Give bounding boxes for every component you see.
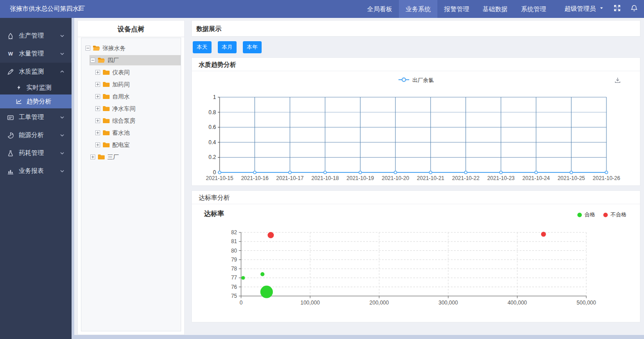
bell-icon[interactable] [631,4,638,13]
folder-closed-icon [102,142,110,148]
topnav-item-2[interactable]: 报警管理 [437,0,476,18]
device-tree: 张掖水务四厂仪表间加药间自用水净水车间综合泵房蓄水池配电室三厂 [81,38,181,331]
time-range-button-1[interactable]: 本月 [218,41,237,53]
tree-panel-title: 设备点树 [78,21,184,37]
folder-closed-icon [102,130,110,136]
tree-node-label: 配电室 [112,141,130,149]
svg-text:0: 0 [240,300,243,306]
tree-node-9[interactable]: 三厂 [81,151,181,163]
svg-text:0.2: 0.2 [208,154,216,160]
tree-node-label: 仪表间 [112,69,130,77]
chevron-down-icon [59,33,65,39]
tree-node-4[interactable]: 自用水 [81,90,181,103]
tree-node-6[interactable]: 综合泵房 [81,115,181,127]
svg-text:2021-10-25: 2021-10-25 [558,175,585,181]
app-title: 张掖市供水总公司第四水厂 [0,5,72,13]
svg-text:2021-10-19: 2021-10-19 [347,175,374,181]
svg-text:0: 0 [213,169,216,176]
folder-closed-icon [97,154,105,160]
tree-node-0[interactable]: 张掖水务 [81,42,181,54]
plus-square-icon[interactable] [95,142,100,147]
time-range-button-2[interactable]: 本年 [243,41,262,53]
svg-text:79: 79 [231,257,237,263]
plus-square-icon[interactable] [95,106,100,111]
svg-text:81: 81 [231,238,237,245]
folder-closed-icon [102,82,110,87]
svg-text:75: 75 [231,293,237,299]
sidebar-item-4[interactable]: 能源分析 [0,126,72,144]
sidebar-item-3[interactable]: 工单管理 [0,108,72,126]
plus-square-icon[interactable] [95,94,100,99]
tree-node-1[interactable]: 四厂 [81,54,181,66]
tree-node-7[interactable]: 蓄水池 [81,127,181,139]
svg-text:76: 76 [231,284,237,290]
compliance-section-title: 达标率分析 [192,191,640,204]
svg-text:0.6: 0.6 [208,124,216,130]
folder-closed-icon [102,94,110,99]
trend-line-chart-svg: 00.20.40.60.812021-10-152021-10-162021-1… [192,71,641,186]
folder-closed-icon [102,106,110,112]
sidebar-item-5[interactable]: 药耗管理 [0,144,72,162]
svg-text:0.4: 0.4 [208,139,216,146]
plus-square-icon[interactable] [90,154,95,159]
plus-square-icon[interactable] [95,118,100,123]
plus-square-icon[interactable] [95,130,100,135]
caret-down-icon[interactable] [598,5,605,13]
trend-icon [15,99,22,104]
minus-square-icon[interactable] [90,58,95,63]
topnav-item-3[interactable]: 基础数据 [476,0,514,18]
tree-node-label: 四厂 [107,56,119,64]
svg-text:2021-10-26: 2021-10-26 [593,175,620,181]
chevron-up-icon [59,69,65,75]
bolt-icon [15,85,22,90]
chevron-down-icon [59,168,65,174]
svg-text:1: 1 [213,94,216,100]
svg-text:2021-10-24: 2021-10-24 [522,175,550,181]
sidebar-subitem-2-1[interactable]: 趋势分析 [0,94,72,108]
tree-node-label: 综合泵房 [112,117,136,125]
svg-text:2021-10-22: 2021-10-22 [452,175,480,181]
svg-text:2021-10-15: 2021-10-15 [206,175,233,181]
sidebar: 生产管理W水量管理水质监测实时监测趋势分析工单管理能源分析药耗管理业务报表 [0,18,72,339]
minus-square-icon[interactable] [85,46,90,51]
plus-square-icon[interactable] [95,70,100,75]
svg-text:100,000: 100,000 [301,300,320,306]
folder-open-icon [97,57,105,63]
sidebar-item-0[interactable]: 生产管理 [0,27,72,45]
svg-text:2021-10-20: 2021-10-20 [381,175,409,181]
svg-text:2021-10-23: 2021-10-23 [487,175,515,181]
horizontal-scrollbar[interactable] [74,335,644,339]
panel-title: 数据展示 [191,20,640,37]
tree-node-label: 蓄水池 [112,129,130,137]
sidebar-item-1[interactable]: W水量管理 [0,45,72,63]
topnav-item-0[interactable]: 全局看板 [360,0,399,18]
scatter-chart-svg: 75767778798081820100,000200,000300,00040… [192,204,641,322]
tree-node-8[interactable]: 配电室 [81,139,181,151]
trend-card-title: 水质趋势分析 [192,58,640,71]
current-user[interactable]: 超级管理员 [564,5,596,13]
svg-text:2021-10-17: 2021-10-17 [276,175,304,181]
flask-icon [6,150,14,157]
plus-square-icon[interactable] [95,82,100,87]
fullscreen-icon[interactable] [614,4,621,13]
sidebar-item-2[interactable]: 水质监测 [0,63,72,81]
tree-node-label: 自用水 [112,93,130,101]
card-icon [6,114,14,121]
bars-icon [6,168,14,175]
svg-text:2021-10-18: 2021-10-18 [311,175,339,181]
topnav-item-1[interactable]: 业务系统 [399,0,437,18]
time-range-button-0[interactable]: 本天 [193,41,212,53]
chevron-down-icon [59,132,65,138]
svg-text:W: W [8,51,13,56]
svg-text:300,000: 300,000 [439,300,458,306]
pie-icon [6,132,14,139]
topnav-item-4[interactable]: 系统管理 [514,0,553,18]
menu-fold-icon[interactable] [77,4,85,13]
user-area: 超级管理员 [553,4,644,13]
tree-node-5[interactable]: 净水车间 [81,103,181,115]
tree-node-3[interactable]: 加药间 [81,78,181,90]
tree-node-label: 加药间 [112,81,130,89]
tree-node-2[interactable]: 仪表间 [81,66,181,78]
sidebar-item-6[interactable]: 业务报表 [0,162,72,180]
sidebar-subitem-2-0[interactable]: 实时监测 [0,81,72,94]
